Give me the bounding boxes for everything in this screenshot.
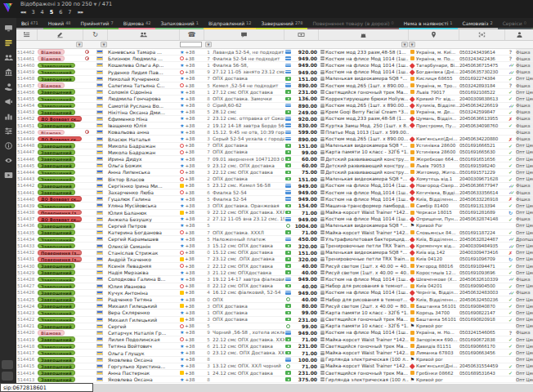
phone-cell[interactable]: +38 bbox=[180, 69, 204, 75]
table-row[interactable]: 514422ЗавершенийМихаил Гилецький+383ОПХ … bbox=[16, 317, 533, 323]
table-row[interactable]: 514419ЗавершенийЛилия Подолинская+38522.… bbox=[16, 336, 533, 343]
table-row[interactable]: 514456ЗавершенийСоломія Сідоніна★+38127.… bbox=[16, 89, 533, 96]
phone-cell[interactable]: +38 bbox=[180, 250, 204, 256]
column-header-manager[interactable] bbox=[505, 29, 533, 40]
page-button-6[interactable]: 6 bbox=[59, 9, 62, 16]
table-row[interactable]: 514440ДО Возврат ск...Гуцалюк Галина★+38… bbox=[16, 196, 533, 203]
phone-cell[interactable]: ★+38 bbox=[180, 343, 204, 349]
phone-search-input[interactable] bbox=[180, 42, 202, 47]
product-filter-dropdown[interactable]: ▼ bbox=[401, 42, 408, 47]
phone-cell[interactable]: +38 bbox=[180, 169, 204, 175]
tab-povernennia-tovaru[interactable]: Повернення товару (в дорозі)0 bbox=[307, 18, 398, 29]
table-row[interactable]: 514436ЗавершенийСергей Петров★+3851004.0… bbox=[16, 223, 533, 229]
phone-cell[interactable]: +38 bbox=[180, 323, 204, 329]
phone-cell[interactable]: +38 bbox=[180, 370, 204, 376]
phone-cell[interactable]: +38 bbox=[180, 229, 204, 235]
table-row[interactable]: 514449ДО Возврат ск...Власюк Наталья★+38… bbox=[16, 136, 533, 142]
table-row[interactable]: 514447ЗавершенийМикола Бадражан+387ОПХ д… bbox=[16, 149, 533, 156]
table-row[interactable]: 514458ЗавершенийНиколай Кучеренко★+387ОП… bbox=[16, 76, 533, 82]
table-row[interactable]: 514455ЗавершенийЛюдмила Гончарова★+388ОП… bbox=[16, 96, 533, 102]
phone-cell[interactable]: ★+38 bbox=[180, 163, 204, 168]
sidebar-item-video[interactable] bbox=[0, 167, 16, 182]
phone-cell[interactable]: ★+38 bbox=[180, 296, 204, 302]
table-row[interactable]: 514453ЗавершенийНікітіна Оксана Дми...★+… bbox=[16, 109, 533, 116]
sidebar-bottom-button[interactable] bbox=[2, 372, 13, 381]
page-button-7[interactable]: 7 bbox=[68, 9, 71, 16]
showing-range[interactable]: Відображені з 200 по 250 ▼ / 471 bbox=[20, 1, 112, 7]
phone-cell[interactable]: +38 bbox=[180, 189, 204, 195]
phone-cell[interactable]: ★+38 bbox=[180, 330, 204, 336]
column-header-product[interactable] bbox=[319, 29, 409, 40]
tab-vidmova[interactable]: Відмова42 bbox=[119, 18, 156, 29]
sip-address[interactable]: sip:0672818601 bbox=[0, 383, 93, 392]
table-row[interactable]: 514435ЗавершенийКатерина Богданова+387ОП… bbox=[16, 229, 533, 236]
table-row[interactable]: 514461ВідмоваБлизнюк Людмила ...+387Фиал… bbox=[16, 56, 533, 62]
table-row[interactable]: 514424ЗавершенийМихаил Гилецький+383ОПХ … bbox=[16, 303, 533, 310]
phone-cell[interactable]: ★+38 bbox=[180, 109, 204, 115]
tab-samovyviz[interactable]: Самовивіз2 bbox=[458, 18, 498, 29]
phone-cell[interactable]: ★+38 bbox=[180, 129, 204, 135]
phone-cell[interactable]: +38 bbox=[180, 56, 204, 61]
table-row[interactable]: 514451ЗавершенийІващенко Юлія★+38219.12 … bbox=[16, 122, 533, 129]
column-header-tracking[interactable] bbox=[459, 29, 505, 40]
phone-cell[interactable]: ★+38 bbox=[180, 223, 204, 229]
table-row[interactable]: 514460ЗавершенийКошелева Ольга Ар...★+38… bbox=[16, 62, 533, 69]
table-row[interactable]: 514429ЗавершенийНадія Мерзаєва★+38321.12… bbox=[16, 270, 533, 276]
table-row[interactable]: 514438Повернення (з...Юлия Баланюк+38922… bbox=[16, 210, 533, 216]
phone-cell[interactable]: ★+38 bbox=[180, 156, 204, 162]
table-row[interactable]: 514417ЗавершенийОльга Глущук★+38023.12 с… bbox=[16, 350, 533, 356]
sidebar-item-watch[interactable] bbox=[0, 153, 16, 167]
phone-cell[interactable]: ★+38 bbox=[180, 76, 204, 82]
phone-cell[interactable]: ★+38 bbox=[180, 62, 204, 68]
phone-cell[interactable]: ★+38 bbox=[180, 243, 204, 248]
column-header-callbacks[interactable]: ↻ bbox=[83, 29, 108, 40]
phone-cell[interactable]: ★+38 bbox=[180, 116, 204, 122]
tab-zavershenyi[interactable]: Завершений278 bbox=[256, 18, 307, 29]
table-row[interactable]: 514432Повернення (з...Станіслав Стрижак+… bbox=[16, 250, 533, 256]
sidebar-item-settings[interactable] bbox=[0, 123, 16, 138]
column-header-id[interactable] bbox=[16, 29, 38, 40]
delivery-filter-dropdown[interactable]: ▼ bbox=[409, 42, 415, 47]
table-row[interactable]: 514415ЗавершенийГоргулько Христина...★+3… bbox=[16, 363, 533, 370]
column-header-address[interactable] bbox=[409, 29, 459, 40]
table-row[interactable]: 514420ВідмоваСитарчук Наталія Гр...★+389… bbox=[16, 330, 533, 336]
calls-filter-dropdown[interactable]: ▼ bbox=[205, 42, 212, 47]
table-row[interactable]: 514459ЗавершенийРуденко Лидия Пав...+389… bbox=[16, 69, 533, 76]
column-header-client[interactable] bbox=[108, 29, 180, 40]
page-button-5[interactable]: 5 bbox=[50, 9, 54, 16]
sidebar-item-clients[interactable] bbox=[0, 50, 16, 65]
page-button-3[interactable]: 3 bbox=[31, 9, 34, 16]
phone-cell[interactable]: +38 bbox=[180, 183, 204, 189]
table-row[interactable]: 514437ДО Возврат ск...Анжела Безушку★+38… bbox=[16, 216, 533, 223]
phone-cell[interactable]: +38 bbox=[180, 143, 204, 149]
tab-vsi[interactable]: Всі471 bbox=[16, 18, 43, 29]
page-button-4[interactable]: 4 bbox=[41, 9, 44, 16]
phone-cell[interactable]: ★+38 bbox=[180, 122, 204, 128]
table-row[interactable]: 514423ЗавершенийВера Скляренко★+381ОПХ д… bbox=[16, 310, 533, 316]
phone-cell[interactable]: ★+38 bbox=[180, 96, 204, 101]
phone-cell[interactable]: ★+38 bbox=[180, 310, 204, 315]
table-row[interactable]: 514457ВідмоваСалегина Татьяна С...+385Ке… bbox=[16, 82, 533, 89]
tab-zapakovanyi[interactable]: Запакований1 bbox=[155, 18, 204, 29]
phone-cell[interactable]: ★+38 bbox=[180, 357, 204, 363]
table-row[interactable]: 514430ЗавершенийКсенія Левадняя+38222.12… bbox=[16, 263, 533, 270]
table-row[interactable]: 514426ЗавершенийКучук Антоніна+38416.12 … bbox=[16, 290, 533, 296]
callbacks-filter-dropdown[interactable]: ▼ bbox=[101, 42, 107, 47]
table-row[interactable]: 514427ЗавершенийЮлия Иванова+38822.12 см… bbox=[16, 283, 533, 290]
phone-cell[interactable]: ★+38 bbox=[180, 363, 204, 369]
table-row[interactable]: 514425ЗавершенийРадченко Тетяна★+380ОПХ4… bbox=[16, 296, 533, 303]
tab-pryiniatyi[interactable]: Прийнятий7 bbox=[76, 18, 119, 29]
table-row[interactable]: 514413ЗавершенийЯковлева Оксана★+388375.… bbox=[16, 376, 533, 383]
sidebar-item-campaigns[interactable] bbox=[0, 94, 16, 109]
phone-cell[interactable]: ★+38 bbox=[180, 270, 204, 275]
column-header-comment[interactable] bbox=[204, 29, 284, 40]
phone-cell[interactable]: ★+38 bbox=[180, 276, 204, 282]
table-row[interactable]: 514445ЗавершенийОльга Божик★+38923.12 см… bbox=[16, 163, 533, 169]
table-row[interactable]: 514433ЗавершенийОлексій Семанін★+38315.1… bbox=[16, 243, 533, 249]
phone-cell[interactable]: ★+38 bbox=[180, 236, 204, 242]
sidebar-bottom-button[interactable] bbox=[2, 360, 13, 369]
table-row[interactable]: 514442ЗавершенийСергієнко Ірина Ми...+38… bbox=[16, 183, 533, 189]
phone-cell[interactable]: ★+38 bbox=[180, 136, 204, 141]
table-row[interactable]: 514434ЗавершенийСергей Карамышев★+385Нал… bbox=[16, 236, 533, 243]
table-row[interactable]: 514446ЗавершенийИрина Дидух★+38709.01 зв… bbox=[16, 156, 533, 163]
